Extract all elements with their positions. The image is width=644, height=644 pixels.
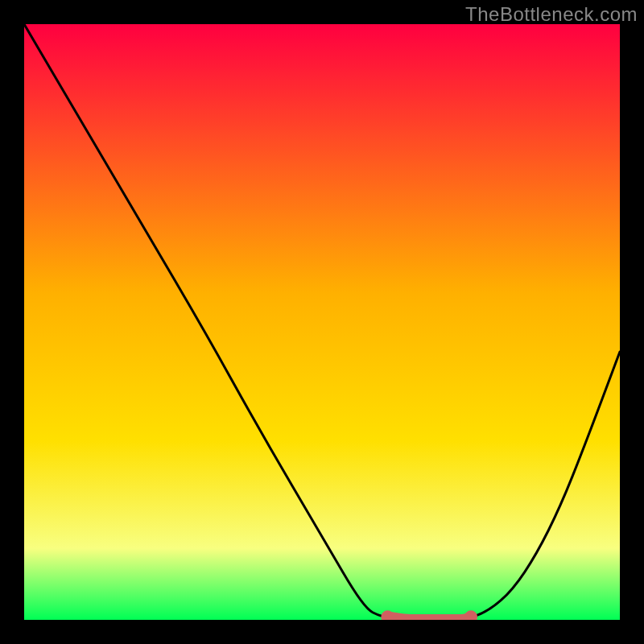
chart-container: TheBottleneck.com [0,0,644,644]
series-highlight-band [387,617,471,620]
plot-area [24,24,620,620]
chart-svg [24,24,620,620]
watermark-label: TheBottleneck.com [465,3,638,26]
gradient-background [24,24,620,620]
